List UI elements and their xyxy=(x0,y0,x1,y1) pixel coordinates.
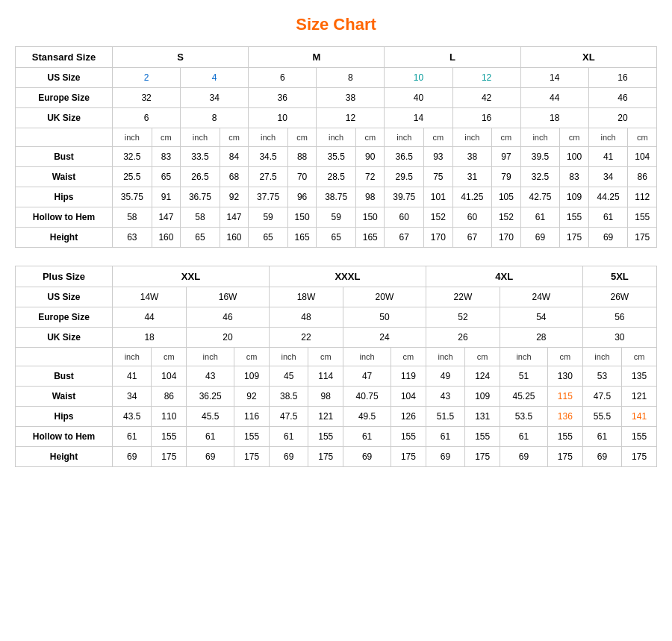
plus-table-cell: 175 xyxy=(308,447,343,467)
plus-table-cell: 69 xyxy=(113,447,152,467)
plus-table-cell: 69 xyxy=(500,447,548,467)
table-cell: 59 xyxy=(249,207,288,228)
plus-table-cell: 38.5 xyxy=(269,387,308,407)
table-cell: 165 xyxy=(356,228,385,248)
table-cell: 44.25 xyxy=(588,187,628,207)
plus-uk-26: 26 xyxy=(426,328,500,348)
table-cell: 100 xyxy=(560,147,588,167)
table-cell: 79 xyxy=(492,167,520,187)
table-cell: 65 xyxy=(249,228,288,248)
table-cell: 29.5 xyxy=(385,167,424,187)
table-cell: 69 xyxy=(520,228,560,248)
plus-group-xxxl: XXXL xyxy=(269,266,426,287)
plus-us-18w: 18W xyxy=(269,287,343,307)
table-cell: 105 xyxy=(492,187,520,207)
plus-table-cell: 119 xyxy=(391,366,426,387)
uk-12: 12 xyxy=(317,108,385,128)
us-size-label: US Size xyxy=(16,68,113,88)
table-cell: 90 xyxy=(356,147,385,167)
plus-table: Plus Size XXL XXXL 4XL 5XL US Size 14W 1… xyxy=(15,266,657,467)
table-cell: 34 xyxy=(588,167,628,187)
plus-label: Plus Size xyxy=(16,266,113,287)
plus-unit-inch-7: inch xyxy=(582,348,621,366)
table-cell: 104 xyxy=(628,147,657,167)
unit-cm-7: cm xyxy=(560,128,588,147)
plus-unit-cm-2: cm xyxy=(234,348,270,366)
plus-row-label-hips: Hips xyxy=(16,407,113,427)
plus-table-cell: 175 xyxy=(234,447,270,467)
plus-table-cell: 61 xyxy=(343,427,391,447)
eu-38: 38 xyxy=(317,88,385,108)
plus-table-cell: 36.25 xyxy=(187,387,234,407)
plus-row-label-bust: Bust xyxy=(16,366,113,387)
table-cell: 61 xyxy=(520,207,560,228)
plus-eu-50: 50 xyxy=(343,307,426,328)
plus-uk-20: 20 xyxy=(187,328,270,348)
plus-table-cell: 175 xyxy=(622,447,657,467)
plus-table-cell: 124 xyxy=(465,366,500,387)
unit-inch-5: inch xyxy=(385,128,424,147)
plus-table-cell: 116 xyxy=(234,407,270,427)
standard-label: Stansard Size xyxy=(16,47,113,68)
table-cell: 58 xyxy=(113,207,152,228)
table-cell: 147 xyxy=(152,207,180,228)
plus-table-cell: 155 xyxy=(548,427,583,447)
table-cell: 32.5 xyxy=(113,147,152,167)
plus-uk-28: 28 xyxy=(500,328,583,348)
table-cell: 61 xyxy=(588,207,628,228)
unit-inch-2: inch xyxy=(181,128,220,147)
unit-cm-1: cm xyxy=(152,128,180,147)
plus-table-cell: 114 xyxy=(308,366,343,387)
plus-table-cell: 69 xyxy=(426,447,464,467)
empty-cell xyxy=(16,128,113,147)
plus-size-chart: Plus Size XXL XXXL 4XL 5XL US Size 14W 1… xyxy=(15,266,657,467)
plus-table-cell: 69 xyxy=(582,447,621,467)
table-cell: 101 xyxy=(424,187,452,207)
plus-table-cell: 61 xyxy=(269,427,308,447)
eu-32: 32 xyxy=(113,88,181,108)
table-cell: 60 xyxy=(385,207,424,228)
plus-row-label-waist: Waist xyxy=(16,387,113,407)
plus-table-cell: 61 xyxy=(426,427,464,447)
table-cell: 93 xyxy=(424,147,452,167)
plus-unit-cm-4: cm xyxy=(391,348,426,366)
plus-table-cell: 69 xyxy=(187,447,234,467)
us-size-16: 16 xyxy=(588,68,656,88)
plus-unit-inch-3: inch xyxy=(269,348,308,366)
standard-table: Stansard Size S M L XL US Size 2 4 6 8 1… xyxy=(15,46,657,248)
plus-table-cell: 175 xyxy=(391,447,426,467)
table-cell: 41 xyxy=(588,147,628,167)
table-cell: 155 xyxy=(628,207,657,228)
plus-table-cell: 175 xyxy=(152,447,187,467)
plus-table-cell: 115 xyxy=(548,387,583,407)
plus-table-cell: 121 xyxy=(308,407,343,427)
table-cell: 25.5 xyxy=(113,167,152,187)
plus-table-cell: 155 xyxy=(465,427,500,447)
plus-table-cell: 126 xyxy=(391,407,426,427)
table-cell: 65 xyxy=(181,228,220,248)
plus-table-cell: 155 xyxy=(152,427,187,447)
unit-inch-4: inch xyxy=(317,128,356,147)
plus-table-cell: 109 xyxy=(234,366,270,387)
unit-cm-2: cm xyxy=(220,128,248,147)
us-size-6: 6 xyxy=(249,68,317,88)
table-cell: 69 xyxy=(588,228,628,248)
table-cell: 152 xyxy=(424,207,452,228)
table-cell: 92 xyxy=(220,187,248,207)
uk-14: 14 xyxy=(385,108,452,128)
eu-36: 36 xyxy=(249,88,317,108)
plus-unit-inch-4: inch xyxy=(343,348,391,366)
table-cell: 58 xyxy=(181,207,220,228)
table-cell: 31 xyxy=(452,167,492,187)
plus-table-cell: 51 xyxy=(500,366,548,387)
plus-unit-inch-6: inch xyxy=(500,348,548,366)
table-cell: 60 xyxy=(452,207,492,228)
table-cell: 109 xyxy=(560,187,588,207)
plus-empty-cell xyxy=(16,348,113,366)
plus-group-5xl: 5XL xyxy=(582,266,656,287)
plus-table-cell: 34 xyxy=(113,387,152,407)
plus-table-cell: 47.5 xyxy=(582,387,621,407)
table-cell: 26.5 xyxy=(181,167,220,187)
page-title: Size Chart xyxy=(15,15,657,34)
table-cell: 63 xyxy=(113,228,152,248)
